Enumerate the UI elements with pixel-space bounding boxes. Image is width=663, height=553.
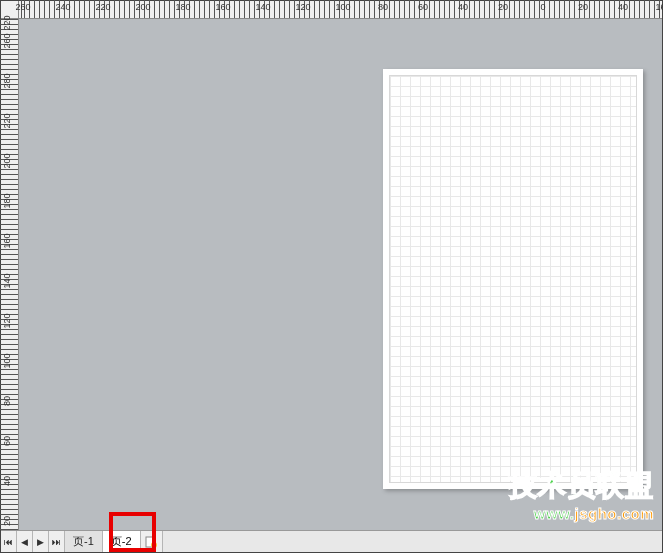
ruler-h-tick: 160: [215, 2, 230, 12]
new-page-button[interactable]: [141, 531, 163, 552]
ruler-v-tick: 60: [2, 436, 12, 446]
ruler-v-tick: 220: [2, 15, 12, 30]
ruler-v-tick: 220: [2, 113, 12, 128]
ruler-h-tick: 200: [135, 2, 150, 12]
ruler-h-tick: 120: [295, 2, 310, 12]
ruler-h-tick: 260: [15, 2, 30, 12]
ruler-v-tick: 20: [2, 516, 12, 526]
ruler-v-tick: 280: [2, 73, 12, 88]
ruler-h-tick: 180: [175, 2, 190, 12]
first-page-button[interactable]: ⏮: [1, 531, 17, 552]
vertical-ruler[interactable]: 22026028022020018016014012010080604020: [1, 19, 19, 530]
next-page-button[interactable]: ▶: [33, 531, 49, 552]
page-grid: [389, 75, 637, 483]
page-tab-1[interactable]: 页-1: [65, 531, 103, 552]
ruler-v-tick: 260: [2, 33, 12, 48]
ruler-h-tick: 60: [418, 2, 428, 12]
ruler-h-tick: 160: [655, 2, 663, 12]
horizontal-ruler[interactable]: 2602402202001801601401201008060402002040…: [19, 1, 662, 19]
ruler-v-tick: 80: [2, 396, 12, 406]
new-page-icon: [145, 536, 157, 548]
ruler-h-tick: 40: [458, 2, 468, 12]
ruler-v-tick: 40: [2, 476, 12, 486]
ruler-h-tick: 220: [95, 2, 110, 12]
page-tab-2[interactable]: 页-2: [103, 531, 141, 552]
ruler-h-tick: 80: [378, 2, 388, 12]
last-page-button[interactable]: ⏭: [49, 531, 65, 552]
ruler-h-tick: 240: [55, 2, 70, 12]
prev-page-button[interactable]: ◀: [17, 531, 33, 552]
app-window: 2602402202001801601401201008060402002040…: [0, 0, 663, 553]
ruler-h-tick: 20: [578, 2, 588, 12]
page-tab-bar: ⏮ ◀ ▶ ⏭ 页-1 页-2: [1, 530, 662, 552]
ruler-v-tick: 140: [2, 273, 12, 288]
ruler-v-tick: 120: [2, 313, 12, 328]
canvas-workspace[interactable]: [19, 19, 662, 530]
ruler-h-tick: 100: [335, 2, 350, 12]
ruler-h-tick: 20: [498, 2, 508, 12]
page-artboard[interactable]: [383, 69, 643, 489]
ruler-h-tick: 0: [540, 2, 545, 12]
ruler-v-tick: 200: [2, 153, 12, 168]
ruler-v-tick: 100: [2, 353, 12, 368]
ruler-v-tick: 180: [2, 193, 12, 208]
ruler-h-tick: 40: [618, 2, 628, 12]
ruler-h-tick: 140: [255, 2, 270, 12]
ruler-v-tick: 160: [2, 233, 12, 248]
